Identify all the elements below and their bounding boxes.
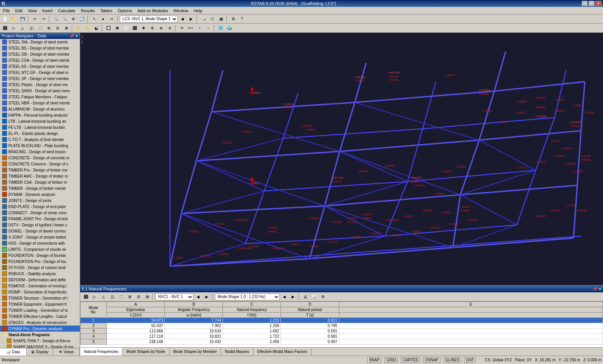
bt-next[interactable]: ▶: [203, 293, 211, 301]
nav-item-41[interactable]: RSIMP - Generation of imperfectio: [0, 289, 80, 295]
nav-item-5[interactable]: STEEL NTC-DF - Design of steel m: [0, 69, 80, 75]
btn-t2-18[interactable]: ⊗: [157, 24, 165, 32]
close-button[interactable]: ✕: [595, 1, 601, 6]
nav-item-22[interactable]: TIMBER AWC - Design of timber m: [0, 173, 80, 179]
nav-close-btn[interactable]: ✕: [75, 34, 78, 38]
tab-mode-shapes-node[interactable]: Mode Shapes by Node: [123, 348, 169, 356]
btn-t2-12[interactable]: 🔲: [104, 24, 113, 32]
nav-item-46[interactable]: STAGES - Analysis of construction: [0, 319, 80, 326]
nav-item-43[interactable]: TOWER Equipment - Equipment fr: [0, 301, 80, 307]
table-row-2[interactable]: 262.4377.9021.2580.795: [81, 323, 603, 329]
minimize-button[interactable]: ─: [582, 1, 588, 6]
bt-mode-next[interactable]: ▶: [289, 293, 297, 301]
nav-item-27[interactable]: END-PLATE - Design of end plate: [0, 204, 80, 210]
nav-item-23[interactable]: TIMBER CSA - Design of timber m: [0, 179, 80, 185]
bt-prev[interactable]: ◀: [194, 293, 202, 301]
btn-save[interactable]: 💾: [18, 15, 27, 23]
table-row-5[interactable]: 5238.14815.4322.4560.407: [81, 339, 603, 345]
lcs-combo[interactable]: LCS -NVC 1, Mode Shape 1: [120, 16, 178, 22]
menu-edit[interactable]: Edit: [13, 8, 25, 14]
btn-t2-1[interactable]: ⬛: [1, 24, 9, 32]
btn-t2-4[interactable]: ◫: [27, 24, 35, 32]
glines-btn[interactable]: GLINES: [443, 357, 461, 363]
grid-btn[interactable]: GRID: [384, 357, 398, 363]
btn-t2-13[interactable]: 🔳: [113, 24, 121, 32]
btn-t2-14[interactable]: ⬜: [122, 24, 130, 32]
bt-mode-prev[interactable]: ◀: [280, 293, 289, 301]
btn-next-lcs[interactable]: ▶: [187, 15, 195, 23]
btn-open[interactable]: 📂: [10, 15, 18, 23]
tab-modal-mass[interactable]: Effective Modal Mass Factors: [253, 348, 311, 356]
btn-t2-17[interactable]: ⊕: [148, 24, 156, 32]
navigator-tree[interactable]: STEEL SIA - Design of steel membSTEEL BS…: [0, 39, 80, 348]
nav-item-12[interactable]: KAPPA - Flexural buckling analysis: [0, 112, 80, 118]
menu-options[interactable]: Options: [115, 8, 134, 14]
nav-item-8[interactable]: STEEL SANS - Design of steel mem: [0, 88, 80, 94]
nav-item-44[interactable]: TOWER Loading - Generation of lo: [0, 307, 80, 313]
nav-item-31[interactable]: DOWEL - Design of dowel connec: [0, 228, 80, 234]
btn-3d[interactable]: 🎲: [199, 15, 208, 23]
nav-item-24[interactable]: TIMBER - Design of timber memb: [0, 185, 80, 191]
nav-item-4[interactable]: STEEL AS - Design of steel membe: [0, 63, 80, 69]
btn-help[interactable]: ?: [238, 15, 246, 23]
btn-settings[interactable]: ⚙: [229, 15, 237, 23]
btn-t2-20[interactable]: ⟳: [178, 24, 186, 32]
btn-t2-24[interactable]: 🌐: [216, 24, 225, 32]
btn-t2-8[interactable]: ⊠: [62, 24, 71, 32]
menu-results[interactable]: Results: [79, 8, 97, 14]
tab-mode-shapes-member[interactable]: Mode Shapes by Member: [169, 348, 221, 356]
nav-item-40[interactable]: RSMOVE - Generation of moving l: [0, 283, 80, 289]
nav-item-50[interactable]: SHAPE-MASSIVE 6 - Design of ma: [0, 344, 80, 348]
table-row-3[interactable]: 3113.06610.6331.6920.591: [81, 329, 603, 334]
btn-member[interactable]: ━: [108, 15, 116, 23]
bt-print[interactable]: 🖨: [301, 293, 310, 301]
bottom-combo2[interactable]: Mode Shape 1 (f : 1.233 Hz): [215, 293, 280, 300]
snap-btn[interactable]: SNAP: [367, 357, 381, 363]
bt-8[interactable]: ⊠: [143, 293, 152, 301]
tab-nodal-masses[interactable]: Nodal Masses: [221, 348, 253, 356]
nav-item-21[interactable]: TIMBER Pro - Design of timber me: [0, 167, 80, 173]
menu-tables[interactable]: Tables: [98, 8, 114, 14]
btn-t2-5[interactable]: ⬚: [36, 24, 44, 32]
btn-undo[interactable]: ↩: [31, 15, 39, 23]
nav-item-2[interactable]: STEEL GB - Design of steel membe: [0, 51, 80, 57]
nav-item-15[interactable]: EL-PL - Elastic-plastic design: [0, 130, 80, 136]
bt-2[interactable]: ▷: [90, 293, 99, 301]
btn-new[interactable]: 📄: [1, 15, 9, 23]
btn-prev-lcs[interactable]: ◀: [178, 15, 187, 23]
osnap-btn[interactable]: OSNAP: [423, 357, 440, 363]
menu-window[interactable]: Window: [171, 8, 190, 14]
nav-item-28[interactable]: CONNECT - Design of shear conn: [0, 210, 80, 216]
nav-item-9[interactable]: STEEL Fatigue Members - Fatigue: [0, 94, 80, 100]
bottom-table[interactable]: ModeNo. A B C D E Eigenvalue Angular Fre: [80, 301, 603, 347]
nav-item-37[interactable]: ST-FUSS - Design of column footi: [0, 265, 80, 271]
menu-file[interactable]: File: [1, 8, 12, 14]
btn-t2-21[interactable]: ⟵: [187, 24, 195, 32]
btn-t2-16[interactable]: ✚: [139, 24, 148, 32]
nav-item-11[interactable]: ALUMINIUM - Design of aluminiu: [0, 106, 80, 112]
bottom-panel-close[interactable]: ✕: [598, 287, 601, 291]
btn-select[interactable]: ↖: [90, 15, 98, 23]
bt-export[interactable]: 📊: [310, 293, 318, 301]
menu-addon[interactable]: Add-on Modules: [135, 8, 170, 14]
nav-item-39[interactable]: DEFORM - Deformation and defle: [0, 277, 80, 283]
nav-item-16[interactable]: C-TO-T - Analysis of limit slender: [0, 136, 80, 143]
nav-item-34[interactable]: ✓LIMITS - Comparison of results wi: [0, 246, 80, 252]
nav-item-18[interactable]: BRACING - Design of wind bracin: [0, 149, 80, 155]
nav-tab-display[interactable]: 🖥 Display: [27, 348, 53, 356]
bt-3[interactable]: △: [99, 293, 108, 301]
menu-insert[interactable]: Insert: [40, 8, 55, 14]
nav-item-32[interactable]: V-JOINT - Design of simple bolted: [0, 234, 80, 240]
nav-item-25[interactable]: DYNAM - Dynamic analysis: [0, 191, 80, 197]
bt-5[interactable]: ⬚: [117, 293, 125, 301]
nav-tab-data[interactable]: 📊 Data: [0, 348, 27, 356]
btn-redo[interactable]: ↪: [39, 15, 48, 23]
bt-1[interactable]: ⬛: [82, 293, 90, 301]
nav-item-30[interactable]: DSTV - Design of typified I-beam c: [0, 222, 80, 228]
nav-item-0[interactable]: STEEL SIA - Design of steel memb: [0, 39, 80, 45]
btn-zoom-in[interactable]: 🔍: [52, 15, 60, 23]
btn-zoom-out[interactable]: 🔍: [60, 15, 69, 23]
nav-item-48[interactable]: 📁Stand-Alone Programs: [0, 332, 80, 338]
nav-item-3[interactable]: STEEL CSA - Design of steel memb: [0, 57, 80, 63]
table-row-1[interactable]: 159.9737.7441.2330.811: [81, 318, 603, 323]
